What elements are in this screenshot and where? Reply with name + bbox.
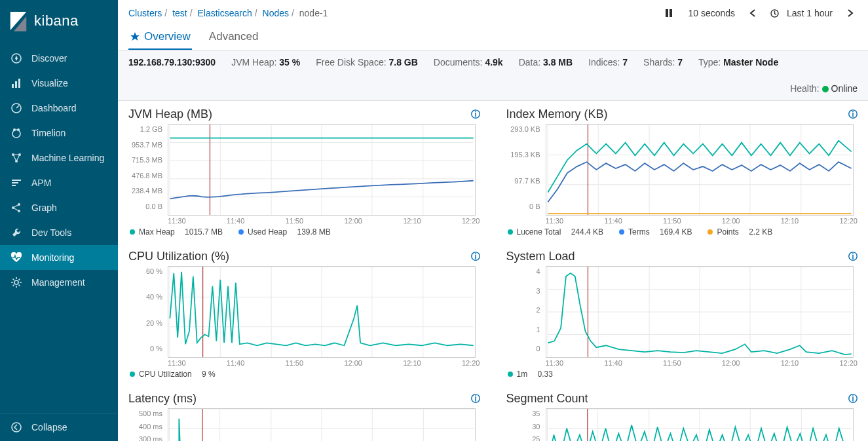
svg-rect-13 — [12, 185, 16, 186]
tab-advanced[interactable]: Advanced — [208, 26, 260, 50]
chevron-left-icon — [749, 9, 756, 17]
sidebar-item-graph[interactable]: Graph — [0, 195, 118, 220]
shards-stat: Shards: 7 — [643, 57, 683, 67]
graph-icon — [10, 202, 22, 214]
cpu-chart — [168, 266, 476, 358]
pause-icon — [664, 9, 673, 18]
star-icon — [130, 31, 140, 42]
nav-label: Management — [31, 277, 85, 288]
ml-icon — [10, 152, 22, 164]
collapse-label: Collapse — [31, 422, 67, 432]
refresh-interval[interactable]: 10 seconds — [684, 5, 739, 21]
time-next-button[interactable] — [843, 7, 858, 20]
nav: Discover Visualize Dashboard Timelion Ma… — [0, 42, 118, 413]
heartbeat-icon — [10, 252, 22, 263]
chevron-right-icon — [847, 9, 854, 17]
data-stat: Data: 3.8 MB — [519, 57, 573, 67]
tab-overview[interactable]: Overview — [128, 26, 192, 50]
info-icon[interactable]: ⓘ — [471, 109, 480, 121]
svg-point-7 — [17, 128, 20, 131]
type-stat: Type: Master Node — [698, 57, 778, 67]
panel-cpu: CPU Utilization (%) ⓘ 60 %40 %20 %0 % — [128, 250, 480, 379]
info-icon[interactable]: ⓘ — [848, 109, 858, 121]
svg-rect-12 — [12, 182, 18, 183]
crumb-cluster[interactable]: test — [172, 8, 187, 18]
legend: CPU Utilization 9 % — [128, 367, 480, 379]
sidebar-item-machine-learning[interactable]: Machine Learning — [0, 145, 118, 170]
time-controls: 10 seconds Last 1 hour — [660, 5, 858, 21]
info-icon[interactable]: ⓘ — [848, 393, 858, 405]
legend-item: Terms 169.4 KB — [619, 227, 692, 237]
indices-stat: Indices: 7 — [588, 57, 628, 67]
timelion-icon — [10, 127, 22, 139]
legend: 1m 0.33 — [506, 367, 858, 379]
summary-bar: 192.168.79.130:9300 JVM Heap: 35 % Free … — [118, 50, 868, 101]
legend: Max Heap 1015.7 MB Used Heap 139.8 MB — [128, 225, 480, 237]
svg-point-5 — [12, 130, 20, 138]
sidebar-item-apm[interactable]: APM — [0, 170, 118, 195]
sidebar-item-monitoring[interactable]: Monitoring — [0, 245, 118, 270]
jvm-heap-chart — [168, 124, 476, 216]
legend-item: Lucene Total 244.4 KB — [508, 227, 604, 237]
x-axis: 11:3011:4011:5012:0012:1012:20 — [128, 216, 480, 225]
breadcrumb: Clusters/ test/ Elasticsearch/ Nodes/ no… — [128, 8, 650, 18]
logo[interactable]: kibana — [0, 0, 118, 42]
crumb-service[interactable]: Elasticsearch — [198, 8, 252, 18]
visualize-icon — [10, 77, 22, 89]
panel-title: Latency (ms) — [128, 392, 197, 406]
segment-count-chart — [546, 408, 854, 441]
sidebar-item-dev-tools[interactable]: Dev Tools — [0, 220, 118, 245]
panel-title: Segment Count — [506, 392, 588, 406]
wrench-icon — [10, 227, 22, 239]
crumb-section[interactable]: Nodes — [263, 8, 289, 18]
svg-point-6 — [13, 128, 16, 131]
collapse-button[interactable]: Collapse — [0, 413, 118, 441]
legend-item: CPU Utilization 9 % — [130, 370, 216, 379]
nav-label: Dev Tools — [31, 227, 71, 238]
info-icon[interactable]: ⓘ — [471, 251, 480, 263]
time-prev-button[interactable] — [745, 7, 760, 20]
svg-rect-1 — [12, 84, 14, 88]
legend-item: Max Heap 1015.7 MB — [130, 227, 223, 237]
panel-title: Index Memory (KB) — [506, 107, 608, 121]
pause-button[interactable] — [660, 6, 677, 20]
sidebar: kibana Discover Visualize Dashboard Time… — [0, 0, 118, 441]
y-axis: 500 ms400 ms300 ms200 ms — [128, 408, 165, 441]
svg-rect-20 — [670, 9, 672, 17]
y-axis: 60 %40 %20 %0 % — [128, 266, 165, 354]
svg-rect-2 — [15, 81, 17, 88]
discover-icon — [10, 52, 22, 64]
nav-label: Discover — [31, 53, 67, 64]
panel-index-memory: Index Memory (KB) ⓘ 293.0 KB 195.3 KB 97… — [506, 107, 858, 237]
collapse-icon — [10, 421, 22, 433]
sidebar-item-discover[interactable]: Discover — [0, 46, 118, 71]
documents-stat: Documents: 4.9k — [434, 57, 503, 67]
system-load-chart — [546, 266, 854, 358]
index-memory-chart — [546, 124, 854, 216]
sidebar-item-dashboard[interactable]: Dashboard — [0, 96, 118, 121]
nav-label: Monitoring — [31, 252, 74, 263]
clock-icon — [770, 9, 779, 18]
content[interactable]: JVM Heap (MB) ⓘ 1.2 GB 953.7 MB 715.3 MB… — [118, 101, 868, 441]
panel-latency: Latency (ms) ⓘ 500 ms400 ms300 ms200 ms — [128, 392, 480, 441]
latency-chart — [168, 408, 476, 441]
jvm-heap-stat: JVM Heap: 35 % — [231, 57, 300, 67]
x-axis: 11:3011:4011:5012:0012:1012:20 — [128, 358, 480, 367]
info-icon[interactable]: ⓘ — [848, 251, 858, 263]
nav-label: APM — [31, 178, 51, 188]
health-dot-icon — [822, 86, 829, 92]
nav-label: Machine Learning — [31, 153, 104, 163]
info-icon[interactable]: ⓘ — [471, 393, 480, 405]
y-axis: 43210 — [506, 266, 543, 354]
time-range[interactable]: Last 1 hour — [766, 5, 837, 21]
crumb-clusters[interactable]: Clusters — [128, 8, 162, 18]
svg-rect-19 — [666, 9, 668, 17]
nav-label: Graph — [31, 202, 57, 213]
sidebar-item-management[interactable]: Management — [0, 270, 118, 295]
svg-point-17 — [14, 280, 18, 284]
sidebar-item-visualize[interactable]: Visualize — [0, 71, 118, 96]
panel-title: System Load — [506, 250, 575, 263]
sidebar-item-timelion[interactable]: Timelion — [0, 121, 118, 145]
tabs: Overview Advanced — [118, 21, 868, 50]
crumb-current: node-1 — [299, 8, 328, 18]
